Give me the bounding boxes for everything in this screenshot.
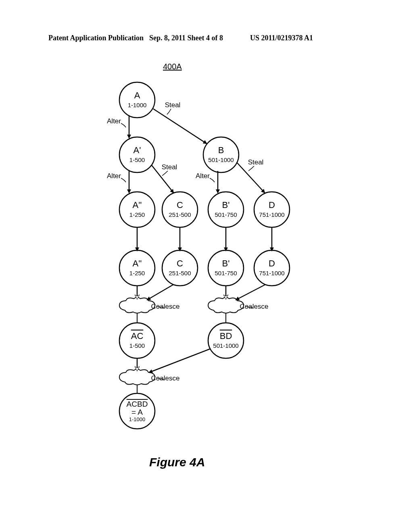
svg-text:501-750: 501-750 — [215, 211, 237, 218]
label-coalesce-3: Coalesce — [151, 374, 180, 382]
svg-text:ACBD: ACBD — [127, 400, 148, 408]
node-C: C 251-500 — [162, 192, 198, 227]
label-alter-3: Alter — [196, 172, 210, 180]
node-C-2: C 251-500 — [162, 250, 198, 286]
diagram-svg: A 1-1000 A' 1-500 B 501-1000 A'' 1-250 C… — [0, 0, 413, 532]
svg-text:C: C — [177, 200, 183, 210]
svg-text:C: C — [177, 258, 183, 268]
svg-text:1-1000: 1-1000 — [128, 102, 147, 108]
svg-text:D: D — [269, 200, 275, 210]
label-coalesce-1: Coalesce — [151, 303, 180, 310]
node-BD: BD 501-1000 — [208, 323, 244, 358]
svg-text:B': B' — [222, 200, 230, 210]
node-Bprime: B' 501-750 — [208, 192, 244, 227]
edge-B-D — [237, 163, 265, 193]
svg-text:1-1000: 1-1000 — [129, 416, 145, 422]
node-Bprime-2: B' 501-750 — [208, 250, 244, 286]
svg-text:1-500: 1-500 — [129, 342, 145, 349]
node-AC: AC 1-500 — [119, 323, 155, 358]
node-Adoubleprime-2: A'' 1-250 — [119, 250, 155, 286]
svg-text:501-1000: 501-1000 — [208, 156, 234, 163]
svg-text:501-750: 501-750 — [215, 270, 237, 276]
node-D: D 751-1000 — [254, 192, 290, 227]
svg-text:751-1000: 751-1000 — [259, 211, 284, 218]
node-A: A 1-1000 — [119, 82, 155, 118]
svg-text:B: B — [218, 145, 224, 155]
node-B: B 501-1000 — [203, 137, 239, 172]
svg-text:1-250: 1-250 — [129, 270, 145, 276]
edge-BD-coal3 — [149, 349, 210, 372]
label-steal-3: Steal — [248, 158, 264, 166]
label-steal-1: Steal — [165, 101, 181, 109]
svg-text:1-250: 1-250 — [129, 211, 145, 218]
svg-text:751-1000: 751-1000 — [259, 270, 284, 276]
svg-text:B': B' — [222, 258, 230, 268]
svg-text:251-500: 251-500 — [169, 270, 191, 276]
coalesce-cloud-3 — [119, 368, 155, 385]
label-alter-1: Alter — [107, 117, 121, 125]
edge-C2-coal1 — [147, 285, 173, 300]
svg-text:AC: AC — [131, 331, 144, 341]
node-ACBD: ACBD = A 1-1000 — [119, 393, 155, 429]
label-coalesce-2: Coalesce — [240, 303, 269, 310]
svg-text:D: D — [269, 258, 275, 268]
node-Aprime: A' 1-500 — [119, 137, 155, 172]
label-alter-2: Alter — [107, 172, 121, 180]
svg-text:= A: = A — [131, 408, 143, 416]
svg-text:A: A — [134, 90, 140, 100]
svg-text:251-500: 251-500 — [169, 211, 191, 218]
coalesce-cloud-1 — [119, 297, 155, 313]
edge-D2-coal2 — [236, 285, 265, 300]
node-Adoubleprime: A'' 1-250 — [119, 192, 155, 227]
svg-text:A'': A'' — [132, 258, 142, 268]
svg-text:1-500: 1-500 — [129, 156, 145, 163]
svg-text:A': A' — [133, 145, 141, 155]
svg-text:A'': A'' — [132, 200, 142, 210]
label-steal-2: Steal — [162, 163, 177, 171]
edge-A-B — [153, 109, 206, 143]
node-D-2: D 751-1000 — [254, 250, 290, 286]
svg-text:501-1000: 501-1000 — [213, 342, 238, 349]
svg-text:BD: BD — [220, 331, 232, 341]
figure-caption: Figure 4A — [149, 455, 205, 469]
